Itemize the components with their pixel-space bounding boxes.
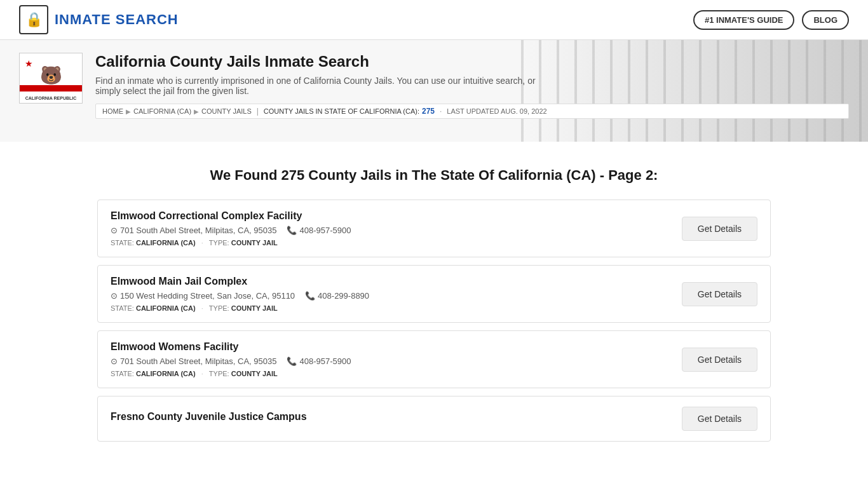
- breadcrumb-count: 275: [422, 107, 435, 116]
- state-value-2: CALIFORNIA (CA): [136, 370, 196, 377]
- jail-address-row-1: ⊙ 150 West Hedding Street, San Jose, CA,…: [111, 291, 669, 301]
- jail-meta-2: STATE: CALIFORNIA (CA) · TYPE: COUNTY JA…: [111, 370, 669, 377]
- jail-card-2: Elmwood Womens Facility ⊙ 701 South Abel…: [97, 330, 771, 388]
- jail-address-row-2: ⊙ 701 South Abel Street, Milpitas, CA, 9…: [111, 356, 669, 366]
- flag-star: ★: [25, 58, 33, 69]
- hero-title: California County Jails Inmate Search: [95, 53, 849, 71]
- jail-address-text-2: 701 South Abel Street, Milpitas, CA, 950…: [120, 356, 276, 366]
- logo-icon: 🔒: [19, 5, 48, 34]
- type-value-2: COUNTY JAIL: [231, 370, 278, 377]
- type-label-2: TYPE:: [209, 370, 229, 377]
- pin-icon-1: ⊙: [111, 291, 118, 301]
- meta-dot-2: ·: [201, 370, 205, 377]
- pin-icon-0: ⊙: [111, 226, 118, 235]
- jail-meta-0: STATE: CALIFORNIA (CA) · TYPE: COUNTY JA…: [111, 239, 669, 247]
- header-nav: #1 INMATE'S GUIDE BLOG: [693, 10, 849, 30]
- hero-text: California County Jails Inmate Search Fi…: [95, 53, 849, 119]
- jail-address-2: ⊙ 701 South Abel Street, Milpitas, CA, 9…: [111, 356, 276, 366]
- flag-bear: 🐻: [40, 65, 62, 86]
- jail-phone-2: 📞 408-957-5900: [287, 356, 351, 366]
- state-label-1: STATE:: [111, 304, 134, 312]
- jail-phone-text-1: 408-299-8890: [318, 291, 369, 301]
- jail-address-row-0: ⊙ 701 South Abel Street, Milpitas, CA, 9…: [111, 226, 669, 235]
- type-label-0: TYPE:: [209, 239, 229, 247]
- get-details-button-3[interactable]: Get Details: [682, 407, 757, 431]
- phone-icon-2: 📞: [287, 356, 297, 366]
- jail-address-0: ⊙ 701 South Abel Street, Milpitas, CA, 9…: [111, 226, 276, 235]
- phone-icon-0: 📞: [287, 226, 297, 235]
- logo-link[interactable]: 🔒 INMATE SEARCH: [19, 5, 179, 34]
- jail-meta-1: STATE: CALIFORNIA (CA) · TYPE: COUNTY JA…: [111, 304, 669, 312]
- jail-phone-text-2: 408-957-5900: [299, 356, 351, 366]
- jail-info: Fresno County Juvenile Justice Campus: [111, 411, 669, 426]
- breadcrumb-updated: LAST UPDATED AUG. 09, 2022: [447, 107, 546, 115]
- blog-button[interactable]: BLOG: [802, 10, 849, 30]
- jail-address-text-1: 150 West Hedding Street, San Jose, CA, 9…: [120, 291, 295, 301]
- state-label-2: STATE:: [111, 370, 134, 377]
- hero-description: Find an inmate who is currently imprison…: [95, 76, 540, 96]
- jail-phone-0: 📞 408-957-5900: [287, 226, 351, 235]
- jail-list: Elmwood Correctional Complex Facility ⊙ …: [97, 200, 771, 442]
- jail-card-1: Elmwood Main Jail Complex ⊙ 150 West Hed…: [97, 265, 771, 323]
- get-details-button-2[interactable]: Get Details: [682, 348, 757, 372]
- jail-address-1: ⊙ 150 West Hedding Street, San Jose, CA,…: [111, 291, 295, 301]
- breadcrumb-count-label: COUNTY JAILS IN STATE OF CALIFORNIA (CA)…: [264, 107, 419, 115]
- main-content: We Found 275 County Jails in The State O…: [85, 142, 783, 454]
- breadcrumb-section[interactable]: COUNTY JAILS: [201, 107, 252, 115]
- phone-icon-1: 📞: [305, 291, 315, 301]
- flag-stripe: [20, 85, 82, 92]
- jail-phone-1: 📞 408-299-8890: [305, 291, 369, 301]
- breadcrumb-sep-2: ▶: [194, 108, 199, 115]
- type-value-1: COUNTY JAIL: [231, 304, 278, 312]
- jail-info-2: Elmwood Womens Facility ⊙ 701 South Abel…: [111, 341, 669, 377]
- jail-name-0: Elmwood Correctional Complex Facility: [111, 210, 669, 222]
- jail-name-2: Elmwood Womens Facility: [111, 341, 669, 353]
- hero-section: ★ 🐻 CALIFORNIA REPUBLIC California Count…: [0, 40, 868, 142]
- jail-name: Fresno County Juvenile Justice Campus: [111, 411, 669, 423]
- type-value-0: COUNTY JAIL: [231, 239, 278, 247]
- state-label-0: STATE:: [111, 239, 134, 247]
- jail-address-text-0: 701 South Abel Street, Milpitas, CA, 950…: [120, 226, 276, 235]
- breadcrumb: HOME ▶ CALIFORNIA (CA) ▶ COUNTY JAILS | …: [95, 104, 849, 119]
- page-heading: We Found 275 County Jails in The State O…: [97, 167, 771, 184]
- breadcrumb-sep-1: ▶: [126, 108, 131, 115]
- state-value-0: CALIFORNIA (CA): [136, 239, 196, 247]
- breadcrumb-state[interactable]: CALIFORNIA (CA): [133, 107, 191, 115]
- flag-text: CALIFORNIA REPUBLIC: [25, 96, 77, 100]
- hero-content: ★ 🐻 CALIFORNIA REPUBLIC California Count…: [19, 53, 849, 119]
- get-details-button-1[interactable]: Get Details: [682, 282, 757, 306]
- jail-card-partial: Fresno County Juvenile Justice Campus Ge…: [97, 396, 771, 442]
- type-label-1: TYPE:: [209, 304, 229, 312]
- state-value-1: CALIFORNIA (CA): [136, 304, 196, 312]
- pin-icon-2: ⊙: [111, 356, 118, 366]
- meta-dot-0: ·: [201, 239, 205, 247]
- jail-card-0: Elmwood Correctional Complex Facility ⊙ …: [97, 200, 771, 257]
- breadcrumb-home[interactable]: HOME: [102, 107, 123, 115]
- inmates-guide-button[interactable]: #1 INMATE'S GUIDE: [693, 10, 794, 30]
- jail-info-1: Elmwood Main Jail Complex ⊙ 150 West Hed…: [111, 276, 669, 312]
- california-flag: ★ 🐻 CALIFORNIA REPUBLIC: [19, 53, 83, 104]
- jail-info-0: Elmwood Correctional Complex Facility ⊙ …: [111, 210, 669, 247]
- breadcrumb-divider: |: [257, 107, 259, 116]
- get-details-button-0[interactable]: Get Details: [682, 217, 757, 241]
- header: 🔒 INMATE SEARCH #1 INMATE'S GUIDE BLOG: [0, 0, 868, 40]
- breadcrumb-dot: ·: [440, 107, 442, 116]
- jail-phone-text-0: 408-957-5900: [299, 226, 351, 235]
- logo-text: INMATE SEARCH: [55, 11, 179, 28]
- meta-dot-1: ·: [201, 304, 205, 312]
- jail-name-1: Elmwood Main Jail Complex: [111, 276, 669, 287]
